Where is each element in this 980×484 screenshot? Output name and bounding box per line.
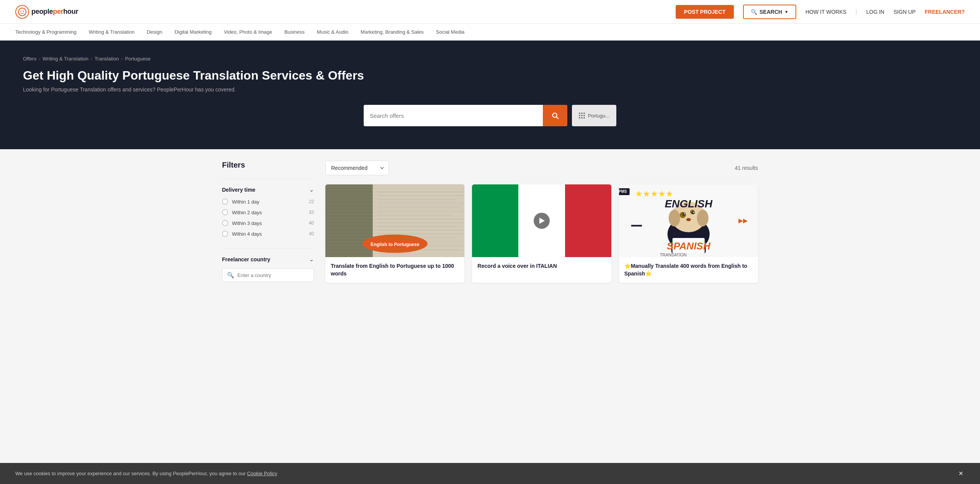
card-3[interactable]: PMS ★★★★★ ENGLISH ▶▶ ▬▬ SPANISH TRANSATI… — [619, 184, 758, 283]
nav-digital-marketing[interactable]: Digital Marketing — [175, 29, 212, 35]
radio-3days[interactable] — [222, 220, 228, 226]
english-spanish-illustration: PMS ★★★★★ ENGLISH ▶▶ ▬▬ SPANISH TRANSATI… — [619, 184, 758, 257]
freelancer-country-label: Freelancer country — [222, 256, 270, 262]
search-input[interactable] — [370, 112, 537, 119]
svg-rect-3 — [325, 184, 464, 257]
filter-option-3days: Within 3 days 40 — [222, 220, 314, 226]
logo-svg — [18, 7, 27, 16]
sort-wrapper: Recommended Newest Price: Low to High Pr… — [325, 161, 389, 175]
filter-count-4days: 40 — [309, 231, 314, 236]
radio-1day[interactable] — [222, 199, 228, 205]
nav-design[interactable]: Design — [147, 29, 162, 35]
svg-point-38 — [697, 210, 708, 227]
svg-point-23 — [363, 235, 428, 253]
freelancer-country-header[interactable]: Freelancer country ⌄ — [222, 256, 314, 263]
filter-label-1day: Within 1 day — [232, 199, 260, 205]
card-3-title: ⭐Manually Translate 400 words from Engli… — [624, 262, 753, 277]
sort-select[interactable]: Recommended Newest Price: Low to High Pr… — [325, 161, 389, 175]
breadcrumb: Offers › Writing & Translation › Transla… — [23, 56, 957, 62]
hero-title: Get High Quality Portuguese Translation … — [23, 68, 957, 83]
breadcrumb-offers[interactable]: Offers — [23, 56, 36, 62]
radio-4days[interactable] — [222, 231, 228, 237]
filter-option-2days: Within 2 days 33 — [222, 209, 314, 215]
card-3-body: ⭐Manually Translate 400 words from Engli… — [619, 257, 758, 283]
search-button[interactable]: 🔍 SEARCH ▼ — [743, 5, 796, 19]
svg-point-37 — [668, 210, 680, 227]
breadcrumb-sep-3: › — [121, 56, 123, 62]
card-2-image — [472, 184, 611, 257]
logo-icon — [15, 5, 29, 19]
nav-business[interactable]: Business — [284, 29, 305, 35]
dictionary-illustration: English to Portuguese — [325, 184, 464, 257]
country-input-wrapper: 🔍 — [222, 268, 314, 282]
chevron-down-icon-2: ⌄ — [309, 256, 314, 263]
breadcrumb-writing[interactable]: Writing & Translation — [42, 56, 88, 62]
delivery-time-label: Delivery time — [222, 187, 255, 193]
svg-point-34 — [684, 213, 685, 215]
country-search-icon: 🔍 — [227, 272, 234, 279]
nav-social[interactable]: Social Media — [436, 29, 464, 35]
card-2[interactable]: Record a voice over in ITALIAN — [472, 184, 611, 283]
search-submit-button[interactable] — [543, 105, 567, 126]
svg-rect-22 — [325, 184, 373, 257]
filter-label-2days: Within 2 days — [232, 210, 262, 215]
play-icon — [539, 218, 545, 224]
svg-point-0 — [18, 8, 26, 16]
card-3-image: PMS ★★★★★ ENGLISH ▶▶ ▬▬ SPANISH TRANSATI… — [619, 184, 758, 257]
filter-count-2days: 33 — [309, 210, 314, 215]
login-link[interactable]: LOG IN — [866, 9, 884, 15]
card-1-body: Translate from English to Portuguese up … — [325, 257, 464, 283]
svg-text:PMS: PMS — [619, 189, 627, 194]
nav-writing[interactable]: Writing & Translation — [89, 29, 135, 35]
search-icon: 🔍 — [751, 9, 757, 15]
delivery-time-header[interactable]: Delivery time ⌄ — [222, 186, 314, 193]
nav-music[interactable]: Music & Audio — [317, 29, 348, 35]
filter-label-4days: Within 4 days — [232, 231, 262, 237]
breadcrumb-translation[interactable]: Translation — [95, 56, 119, 62]
logo[interactable]: peopleperhour — [15, 5, 78, 19]
filters-panel: Filters Delivery time ⌄ Within 1 day 22 … — [222, 161, 314, 289]
search-box — [364, 105, 543, 126]
results-count: 41 results — [735, 165, 758, 171]
svg-rect-4 — [372, 184, 465, 257]
card-2-title: Record a voice over in ITALIAN — [477, 262, 606, 270]
svg-text:ENGLISH: ENGLISH — [665, 198, 712, 210]
breadcrumb-sep-2: › — [91, 56, 92, 62]
hero-subtitle: Looking for Portuguese Translation offer… — [23, 86, 957, 93]
nav-technology[interactable]: Technology & Programming — [15, 29, 77, 35]
grid-icon — [579, 112, 585, 119]
hero-search-row: Portugu... — [364, 105, 616, 126]
cards-grid: English to Portuguese Translate from Eng… — [325, 184, 758, 283]
svg-text:English to Portuguese: English to Portuguese — [371, 242, 420, 247]
freelancer-country-filter: Freelancer country ⌄ 🔍 — [222, 248, 314, 289]
country-input[interactable] — [237, 272, 309, 278]
search-submit-icon — [551, 111, 559, 120]
post-project-button[interactable]: POST PROJECT — [676, 5, 734, 19]
card-1-title: Translate from English to Portuguese up … — [331, 262, 459, 277]
category-button[interactable]: Portugu... — [572, 105, 616, 126]
svg-point-2 — [23, 10, 24, 11]
play-button[interactable] — [534, 213, 550, 229]
chevron-down-icon: ⌄ — [309, 186, 314, 193]
svg-text:▬▬: ▬▬ — [631, 222, 642, 228]
filter-option-4days: Within 4 days 40 — [222, 231, 314, 237]
nav-marketing[interactable]: Marketing, Branding & Sales — [361, 29, 424, 35]
breadcrumb-sep-1: › — [39, 56, 40, 62]
breadcrumb-current: Portuguese — [125, 56, 151, 62]
nav-video[interactable]: Video, Photo & Image — [224, 29, 272, 35]
flag-red — [565, 184, 611, 257]
radio-2days[interactable] — [222, 209, 228, 215]
filter-option-1day: Within 1 day 22 — [222, 199, 314, 205]
filter-count-3days: 40 — [309, 220, 314, 226]
freelancer-link[interactable]: FREELANCER? — [925, 9, 965, 15]
filter-label-3days: Within 3 days — [232, 220, 262, 226]
card-1[interactable]: English to Portuguese Translate from Eng… — [325, 184, 464, 283]
svg-text:SPANISH: SPANISH — [667, 240, 711, 252]
card-1-image: English to Portuguese — [325, 184, 464, 257]
signup-link[interactable]: SIGN UP — [893, 9, 916, 15]
chevron-down-icon: ▼ — [784, 10, 789, 14]
header: peopleperhour POST PROJECT 🔍 SEARCH ▼ HO… — [0, 0, 980, 24]
sort-row: Recommended Newest Price: Low to High Pr… — [325, 161, 758, 175]
svg-point-36 — [686, 218, 691, 221]
how-it-works-link[interactable]: HOW IT WORKS — [805, 9, 846, 15]
